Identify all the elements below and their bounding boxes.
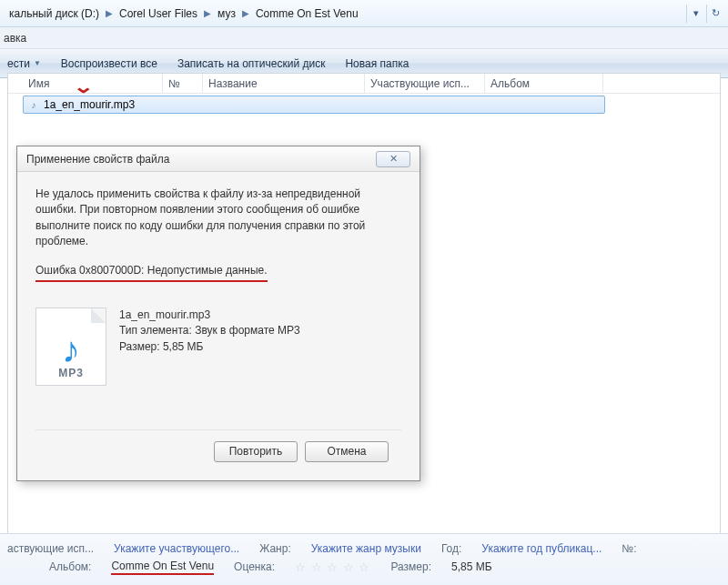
breadcrumb-segment[interactable]: Corel User Files [114,3,203,25]
menu-bar: авка [0,27,728,49]
file-row[interactable]: ♪ 1a_en_mourir.mp3 [23,96,605,114]
play-all-button[interactable]: Воспроизвести все [61,57,157,70]
detail-label: №: [622,542,636,555]
close-icon: ✕ [389,153,398,165]
mp3-file-icon: ♪ MP3 [35,308,106,386]
detail-value-album[interactable]: Comme On Est Venu [111,560,214,575]
detail-value-editable[interactable]: Укажите год публикац... [481,542,602,555]
detail-label: Размер: [390,560,431,573]
detail-label: аствующие исп... [7,542,94,555]
cancel-button[interactable]: Отмена [305,441,389,462]
detail-value-editable[interactable]: Укажите жанр музыки [311,542,421,555]
burn-button[interactable]: Записать на оптический диск [177,57,326,70]
breadcrumb-segment[interactable]: Comme On Est Venu [250,3,364,25]
column-header-title[interactable]: Название [203,74,365,93]
details-pane: аствующие исп... Укажите участвующего...… [0,533,728,585]
column-header-name[interactable]: Имя ⌄ [23,74,163,93]
detail-value-size: 5,85 МБ [451,560,492,573]
menu-item[interactable]: авка [4,32,26,45]
dialog-error-code: Ошибка 0x8007000D: Недопустимые данные. [35,263,268,282]
music-note-icon: ♪ [62,333,80,366]
history-dropdown-button[interactable]: ▾ [686,5,704,23]
dialog-message: Не удалось применить свойства к файлу из… [35,187,401,250]
column-header-album[interactable]: Альбом [485,74,603,93]
chevron-right-icon: ▶ [203,8,212,18]
close-button[interactable]: ✕ [376,151,410,167]
address-bar: кальный диск (D:) ▶ Corel User Files ▶ м… [0,0,728,27]
dialog-titlebar[interactable]: Применение свойств файла ✕ [17,146,420,172]
dialog-title: Применение свойств файла [26,153,169,166]
detail-value-editable[interactable]: Укажите участвующего... [114,542,239,555]
chevron-right-icon: ▶ [105,8,114,18]
dialog-file-info: 1a_en_mourir.mp3 Тип элемента: Звук в фо… [119,308,300,355]
chevron-right-icon: ▶ [241,8,250,18]
chevron-down-icon: ▼ [34,59,41,67]
refresh-button[interactable]: ↻ [706,5,724,23]
breadcrumb-segment[interactable]: муз [212,3,241,25]
retry-button[interactable]: Повторить [214,441,298,462]
rating-stars[interactable]: ☆ ☆ ☆ ☆ ☆ [295,560,370,574]
file-name: 1a_en_mourir.mp3 [44,98,135,111]
audio-file-icon: ♪ [27,98,40,111]
detail-label: Год: [441,542,461,555]
breadcrumb-segment[interactable]: кальный диск (D:) [4,3,105,25]
error-dialog: Применение свойств файла ✕ Не удалось пр… [16,146,420,481]
detail-label: Альбом: [49,560,91,573]
column-header-number[interactable]: № [163,74,203,93]
detail-label: Жанр: [259,542,291,555]
new-folder-button[interactable]: Новая папка [345,57,409,70]
detail-label: Оценка: [234,560,275,573]
organize-button[interactable]: ести▼ [7,57,41,70]
column-header-artist[interactable]: Участвующие исп... [365,74,485,93]
column-header-row: Имя ⌄ № Название Участвующие исп... Альб… [8,74,720,94]
